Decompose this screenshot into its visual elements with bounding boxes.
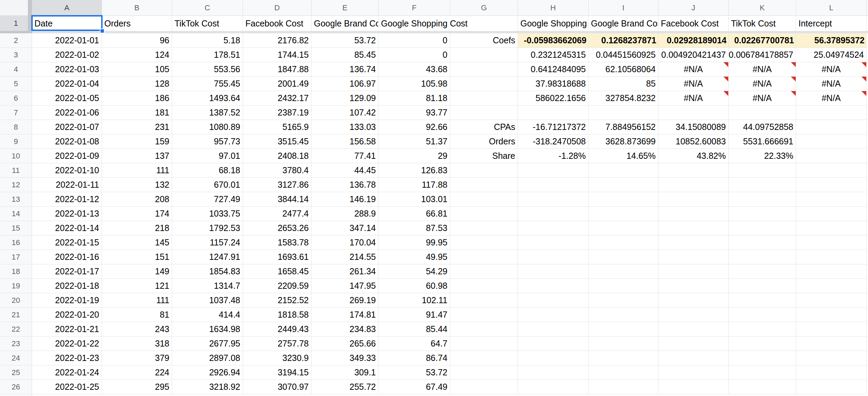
cell-B18[interactable]: 149	[102, 264, 172, 279]
cell-H26[interactable]	[518, 380, 589, 394]
row-header-24[interactable]: 24	[0, 351, 32, 365]
cell-D10[interactable]: 2408.18	[243, 149, 311, 163]
cell-B13[interactable]: 208	[102, 192, 172, 207]
cell-J17[interactable]	[658, 250, 729, 264]
cell-B11[interactable]: 111	[102, 163, 172, 178]
cell-A17[interactable]: 2022-01-16	[32, 250, 102, 264]
row-header-8[interactable]: 8	[0, 120, 32, 134]
cell-L8[interactable]	[796, 120, 867, 134]
cell-G6[interactable]	[450, 91, 518, 106]
cell-A20[interactable]: 2022-01-19	[32, 293, 102, 308]
row-header-5[interactable]: 5	[0, 77, 32, 91]
row-header-14[interactable]: 14	[0, 207, 32, 221]
cell-G24[interactable]	[450, 351, 518, 365]
cell-D12[interactable]: 3127.86	[243, 178, 311, 192]
cell-J3[interactable]: 0.004920421437	[658, 48, 729, 62]
cell-A18[interactable]: 2022-01-17	[32, 264, 102, 279]
cell-J5[interactable]: #N/A	[658, 77, 729, 91]
column-header-L[interactable]: L	[796, 0, 867, 15]
cell-E8[interactable]: 133.03	[311, 120, 379, 134]
cell-H8[interactable]: -16.71217372	[518, 120, 589, 134]
row-header-16[interactable]: 16	[0, 235, 32, 250]
cell-G5[interactable]	[450, 77, 518, 91]
cell-D9[interactable]: 3515.45	[243, 134, 311, 149]
cell-L24[interactable]	[796, 351, 867, 365]
cell-K1[interactable]: TikTok Cost	[729, 16, 796, 31]
row-header-26[interactable]: 26	[0, 380, 32, 394]
cell-J25[interactable]	[658, 365, 729, 380]
cell-D2[interactable]: 2176.82	[243, 33, 311, 48]
cell-B2[interactable]: 96	[102, 33, 172, 48]
cell-A22[interactable]: 2022-01-21	[32, 322, 102, 337]
cell-B20[interactable]: 111	[102, 293, 172, 308]
cell-A26[interactable]: 2022-01-25	[32, 380, 102, 394]
cell-H21[interactable]	[518, 308, 589, 322]
cell-D18[interactable]: 1658.45	[243, 264, 311, 279]
cell-H17[interactable]	[518, 250, 589, 264]
cell-J13[interactable]	[658, 192, 729, 207]
cell-H7[interactable]	[518, 106, 589, 120]
row-header-10[interactable]: 10	[0, 149, 32, 163]
cell-L26[interactable]	[796, 380, 867, 394]
cell-E20[interactable]: 269.19	[311, 293, 379, 308]
cell-B4[interactable]: 105	[102, 62, 172, 77]
cell-G21[interactable]	[450, 308, 518, 322]
cell-E12[interactable]: 136.78	[311, 178, 379, 192]
cell-B9[interactable]: 159	[102, 134, 172, 149]
cell-G9[interactable]: Orders	[450, 134, 518, 149]
row-header-20[interactable]: 20	[0, 293, 32, 308]
cell-H16[interactable]	[518, 235, 589, 250]
cell-L14[interactable]	[796, 207, 867, 221]
cell-B1[interactable]: Orders	[102, 16, 172, 31]
cell-A19[interactable]: 2022-01-18	[32, 279, 102, 293]
cell-E17[interactable]: 214.55	[311, 250, 379, 264]
cell-B22[interactable]: 243	[102, 322, 172, 337]
cell-F18[interactable]: 54.29	[379, 264, 450, 279]
cell-E7[interactable]: 107.42	[311, 106, 379, 120]
cell-K11[interactable]	[729, 163, 796, 178]
cell-K19[interactable]	[729, 279, 796, 293]
cell-H11[interactable]	[518, 163, 589, 178]
cell-E9[interactable]: 156.58	[311, 134, 379, 149]
cell-F21[interactable]: 91.47	[379, 308, 450, 322]
cell-K7[interactable]	[729, 106, 796, 120]
cell-B23[interactable]: 318	[102, 337, 172, 351]
cell-I25[interactable]	[589, 365, 658, 380]
cell-I14[interactable]	[589, 207, 658, 221]
cell-K25[interactable]	[729, 365, 796, 380]
cell-H23[interactable]	[518, 337, 589, 351]
cell-G12[interactable]	[450, 178, 518, 192]
cell-D15[interactable]: 2653.26	[243, 221, 311, 235]
cell-D23[interactable]: 2757.78	[243, 337, 311, 351]
row-header-23[interactable]: 23	[0, 337, 32, 351]
cell-E19[interactable]: 147.95	[311, 279, 379, 293]
select-all-corner-button[interactable]	[0, 0, 32, 15]
cell-C24[interactable]: 2897.08	[172, 351, 243, 365]
cell-H15[interactable]	[518, 221, 589, 235]
column-header-J[interactable]: J	[658, 0, 729, 15]
cell-L25[interactable]	[796, 365, 867, 380]
cell-I22[interactable]	[589, 322, 658, 337]
cell-J16[interactable]	[658, 235, 729, 250]
cell-L18[interactable]	[796, 264, 867, 279]
cell-L1[interactable]: Intercept	[796, 16, 867, 31]
cell-A12[interactable]: 2022-01-11	[32, 178, 102, 192]
cell-C21[interactable]: 414.4	[172, 308, 243, 322]
cell-H20[interactable]	[518, 293, 589, 308]
cell-K23[interactable]	[729, 337, 796, 351]
column-header-B[interactable]: B	[102, 0, 172, 15]
cell-I23[interactable]	[589, 337, 658, 351]
cell-E2[interactable]: 53.72	[311, 33, 379, 48]
cell-C11[interactable]: 68.18	[172, 163, 243, 178]
cell-A14[interactable]: 2022-01-13	[32, 207, 102, 221]
cell-D5[interactable]: 2001.49	[243, 77, 311, 91]
cell-B15[interactable]: 218	[102, 221, 172, 235]
cell-H24[interactable]	[518, 351, 589, 365]
cell-H1[interactable]: Google Shopping Cost	[518, 16, 589, 31]
cell-B3[interactable]: 124	[102, 48, 172, 62]
cell-E6[interactable]: 129.09	[311, 91, 379, 106]
cell-L5[interactable]: #N/A	[796, 77, 867, 91]
cell-I6[interactable]: 327854.8232	[589, 91, 658, 106]
cell-F5[interactable]: 105.98	[379, 77, 450, 91]
cell-D16[interactable]: 1583.78	[243, 235, 311, 250]
